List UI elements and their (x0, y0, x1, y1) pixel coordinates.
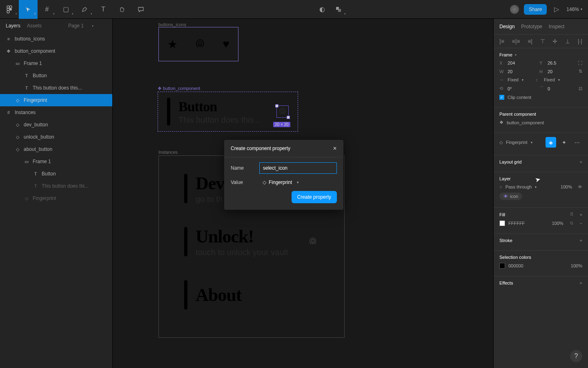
selected-fingerprint-instance[interactable] (276, 105, 289, 118)
layer-type-icon: T (33, 184, 38, 188)
fill-swatch[interactable] (499, 220, 505, 226)
help-button[interactable]: ? (570, 350, 582, 362)
v-resize-mode[interactable]: Fixed (544, 77, 555, 82)
add-stroke-icon[interactable]: + (580, 238, 582, 243)
layer-row[interactable]: TButton (0, 70, 112, 82)
align-right-icon[interactable]: ≡| (528, 38, 532, 45)
hand-tool-button[interactable] (113, 0, 131, 19)
present-button[interactable]: ▷ (552, 0, 561, 19)
layer-opacity[interactable]: 100% (561, 184, 572, 189)
layer-row[interactable]: ◇Fingerprint (0, 94, 112, 106)
svg-rect-6 (338, 9, 341, 12)
selcolor-opacity[interactable]: 100% (571, 263, 582, 268)
selcolor-swatch[interactable] (499, 263, 505, 269)
h-input[interactable] (548, 69, 564, 74)
create-property-button-submit[interactable]: Create property (292, 191, 337, 203)
layers-tab[interactable]: Layers (6, 23, 20, 29)
x-input[interactable] (508, 61, 524, 65)
frame-tool-button[interactable]: #▾ (38, 0, 56, 19)
fill-hex[interactable]: FFFFFF (508, 221, 525, 226)
page-selector[interactable]: Page 1 ▾ (68, 23, 100, 29)
layer-row[interactable]: TButton (0, 168, 112, 180)
move-tool-button[interactable]: ▾ (19, 0, 38, 19)
layer-name: Fingerprint (33, 195, 56, 201)
instance-button[interactable]: Unlock!touch to unlock your vault (175, 221, 328, 262)
prototype-tab[interactable]: Prototype (521, 24, 542, 29)
add-layout-grid-icon[interactable]: + (580, 159, 582, 164)
independent-corners-icon[interactable]: ⊡ (579, 86, 582, 91)
layer-name: Frame 1 (24, 61, 42, 66)
value-field-label: Value (231, 180, 259, 185)
parent-component-name[interactable]: button_component (507, 120, 544, 125)
selection-colors-title: Selection colors (499, 255, 582, 260)
layer-type-icon: ◇ (24, 196, 29, 201)
radius-input[interactable] (548, 86, 564, 91)
layer-row[interactable]: ◇about_button (0, 143, 112, 155)
layer-tag-pill[interactable]: 👁icon (499, 193, 522, 200)
absolute-position-icon[interactable]: ⛶ (578, 61, 582, 65)
layer-row[interactable]: ◇Fingerprint (0, 192, 112, 204)
user-avatar[interactable] (510, 5, 519, 14)
add-effect-icon[interactable]: + (580, 280, 582, 285)
instance-swap-name[interactable]: Fingerprint (506, 140, 528, 145)
layer-row[interactable]: ❖button_component (0, 45, 112, 57)
layer-type-icon: ◇ (15, 122, 20, 128)
layer-row[interactable]: ◇dev_button (0, 119, 112, 131)
clip-content-checkbox[interactable]: ✓ (499, 95, 504, 100)
selcolor-hex[interactable]: 000000 (508, 263, 523, 268)
align-vcenter-icon[interactable]: ✛ (552, 38, 557, 45)
layer-row[interactable]: TThis button does thi... (0, 180, 112, 192)
alignment-controls[interactable]: |≡ ≡|≡ ≡| ⊤ ✛ ⊥ |·| (494, 35, 588, 48)
instance-options-icon[interactable]: ✦ (559, 137, 569, 148)
blend-mode-select[interactable]: Pass through (506, 184, 532, 189)
layer-row[interactable]: TThis button does this... (0, 82, 112, 94)
visibility-icon[interactable]: 👁 (578, 184, 582, 189)
icons-frame[interactable]: ★ ♥ (158, 27, 238, 61)
theme-toggle-icon[interactable]: ◐ (316, 0, 329, 19)
align-hcenter-icon[interactable]: ≡|≡ (512, 38, 520, 45)
layer-name: button_component (15, 48, 55, 54)
layer-row[interactable]: ≡buttons_icons (0, 33, 112, 45)
instance-button[interactable]: About (175, 274, 328, 315)
align-bottom-icon[interactable]: ⊥ (565, 38, 570, 45)
component-controls-icon[interactable]: ▾ (332, 0, 345, 19)
design-tab[interactable]: Design (499, 24, 514, 29)
zoom-level[interactable]: 146% ▾ (566, 7, 582, 12)
y-input[interactable] (548, 61, 564, 65)
layer-row[interactable]: ◇unlock_button (0, 131, 112, 143)
w-input[interactable] (508, 69, 524, 74)
instance-subtitle: go to th (196, 195, 224, 204)
layer-row[interactable]: #Instances (0, 106, 112, 119)
shape-tool-button[interactable]: ▢▾ (56, 0, 75, 19)
pen-tool-button[interactable]: ▾ (75, 0, 94, 19)
instance-subtitle: touch to unlock your vault (196, 248, 288, 257)
layer-name: This button does this... (33, 85, 82, 91)
selection-size-badge: 20 × 20 (273, 122, 290, 127)
h-resize-mode[interactable]: Fixed (508, 77, 519, 82)
layer-row[interactable]: ▭Frame 1 (0, 155, 112, 168)
assets-tab[interactable]: Assets (27, 23, 42, 29)
property-name-input[interactable] (259, 162, 337, 174)
align-top-icon[interactable]: ⊤ (540, 38, 545, 45)
inspect-tab[interactable]: Inspect (549, 24, 565, 29)
text-tool-button[interactable]: T (94, 0, 113, 19)
create-property-button[interactable]: ◈ (546, 137, 556, 148)
rotation-input[interactable] (508, 86, 524, 91)
more-options-icon[interactable]: ⋯ (572, 137, 582, 148)
layer-name: dev_button (24, 122, 48, 128)
figma-menu-button[interactable]: ▾ (0, 0, 19, 19)
property-value-select[interactable]: ◇ Fingerprint ▾ (259, 180, 337, 185)
layer-type-icon: ≡ (6, 36, 11, 41)
share-button[interactable]: Share (524, 4, 547, 15)
fill-hidden-icon[interactable]: ⦰ (570, 221, 573, 226)
close-icon[interactable]: ✕ (333, 146, 337, 151)
fill-opacity[interactable]: 100% (552, 221, 563, 226)
add-fill-icon[interactable]: + (580, 212, 582, 217)
constrain-proportions-icon[interactable]: ⇅ (579, 69, 582, 74)
comment-tool-button[interactable] (131, 0, 150, 19)
fill-styles-icon[interactable]: ⠿ (570, 212, 573, 217)
layer-row[interactable]: ▭Frame 1 (0, 57, 112, 70)
align-left-icon[interactable]: |≡ (499, 38, 504, 45)
remove-fill-icon[interactable]: − (580, 221, 582, 226)
distribute-icon[interactable]: |·| (578, 38, 582, 45)
